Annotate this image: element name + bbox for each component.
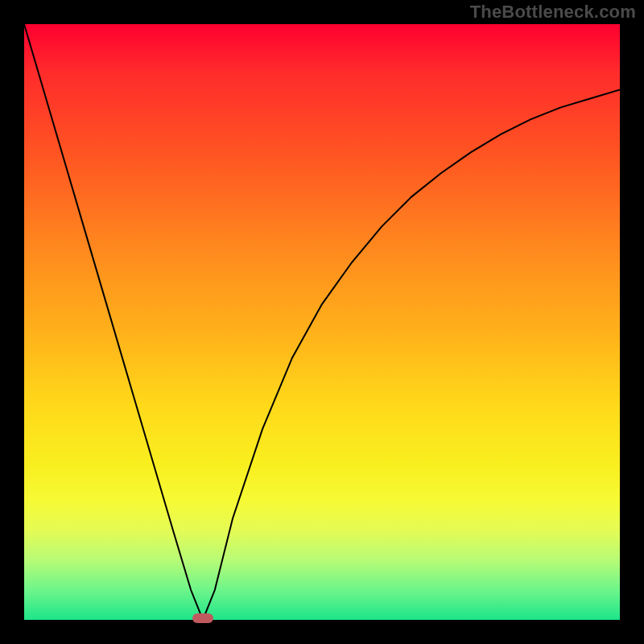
chart-frame: TheBottleneck.com — [0, 0, 644, 644]
minimum-marker — [192, 613, 213, 623]
plot-area — [24, 24, 620, 620]
bottleneck-curve — [24, 24, 620, 620]
curve-svg — [24, 24, 620, 620]
watermark-text: TheBottleneck.com — [470, 2, 636, 23]
